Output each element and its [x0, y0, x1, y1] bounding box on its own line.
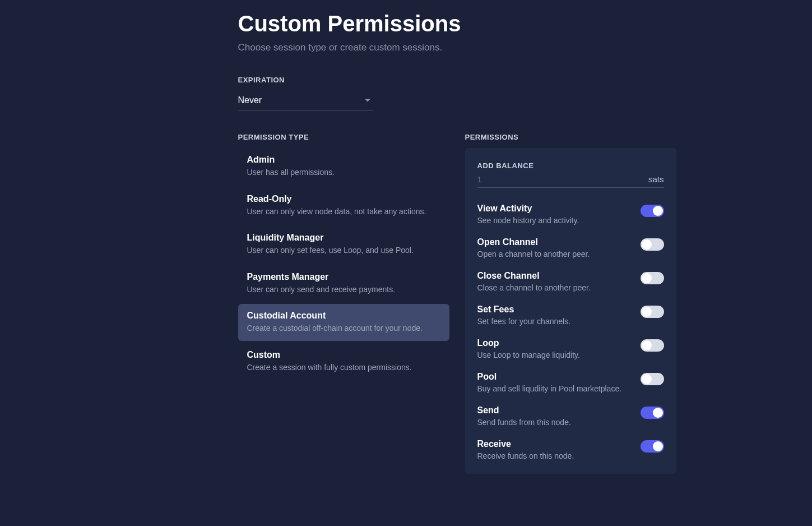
- caret-down-icon: [365, 99, 370, 102]
- permission-item-title: Pool: [477, 372, 629, 382]
- balance-unit: sats: [648, 174, 664, 184]
- permission-item-title: Open Channel: [477, 237, 629, 247]
- toggle-knob: [642, 273, 652, 283]
- permission-item: SendSend funds from this node.: [477, 405, 664, 427]
- permission-type-item-desc: Create a session with fully custom permi…: [247, 362, 440, 373]
- permission-type-item-title: Custodial Account: [247, 311, 440, 321]
- permission-item-title: Close Channel: [477, 271, 629, 281]
- permission-toggle[interactable]: [641, 272, 664, 284]
- permission-type-item[interactable]: Custodial AccountCreate a custodial off-…: [238, 304, 449, 341]
- page-subtitle: Choose session type or create custom ses…: [238, 42, 692, 53]
- permission-toggle[interactable]: [641, 407, 664, 419]
- permission-type-label: PERMISSION TYPE: [238, 133, 449, 141]
- permission-type-item[interactable]: Liquidity ManagerUser can only set fees,…: [238, 226, 449, 263]
- expiration-label: EXPIRATION: [238, 76, 692, 84]
- toggle-knob: [642, 374, 652, 384]
- permission-type-item[interactable]: Read-OnlyUser can only view node data, n…: [238, 187, 449, 224]
- permission-item-title: Loop: [477, 338, 629, 348]
- permissions-label: PERMISSIONS: [465, 133, 676, 141]
- permission-toggle[interactable]: [641, 205, 664, 217]
- permission-item: Set FeesSet fees for your channels.: [477, 304, 664, 326]
- permission-item-title: Receive: [477, 439, 629, 449]
- permission-type-item[interactable]: AdminUser has all permissions.: [238, 148, 449, 185]
- permission-item-desc: Buy and sell liqudiity in Pool marketpla…: [477, 384, 629, 393]
- permission-item: PoolBuy and sell liqudiity in Pool marke…: [477, 372, 664, 393]
- permission-type-item-desc: User can only send and receive payments.: [247, 284, 440, 296]
- permission-toggle[interactable]: [641, 339, 664, 352]
- page-title: Custom Permissions: [238, 11, 692, 36]
- permission-type-item-title: Liquidity Manager: [247, 233, 440, 243]
- balance-input[interactable]: [477, 174, 648, 184]
- permission-item-desc: Open a channel to another peer.: [477, 250, 629, 259]
- permission-item-title: View Activity: [477, 204, 629, 214]
- permission-item-desc: Set fees for your channels.: [477, 317, 629, 326]
- permission-item-desc: Receive funds on this node.: [477, 451, 629, 460]
- permission-item-desc: See node history and activity.: [477, 216, 629, 225]
- toggle-knob: [653, 441, 663, 451]
- toggle-knob: [653, 206, 663, 216]
- permission-item-desc: Close a channel to another peer.: [477, 283, 629, 292]
- permission-item: Open ChannelOpen a channel to another pe…: [477, 237, 664, 259]
- permission-type-item-desc: Create a custodial off-chain account for…: [247, 323, 440, 334]
- toggle-knob: [653, 408, 663, 418]
- permission-item-desc: Use Loop to manage liquidity.: [477, 350, 629, 359]
- permission-item: View ActivitySee node history and activi…: [477, 204, 664, 225]
- permission-type-item-desc: User can only set fees, use Loop, and us…: [247, 245, 440, 256]
- permission-item: LoopUse Loop to manage liquidity.: [477, 338, 664, 359]
- permission-toggle[interactable]: [641, 306, 664, 318]
- toggle-knob: [642, 340, 652, 350]
- expiration-value: Never: [238, 91, 373, 110]
- permission-item: Close ChannelClose a channel to another …: [477, 271, 664, 292]
- permission-item-title: Send: [477, 405, 629, 416]
- permission-item-desc: Send funds from this node.: [477, 418, 629, 427]
- permission-type-item-desc: User has all permissions.: [247, 167, 440, 178]
- expiration-select[interactable]: Never: [238, 91, 373, 110]
- permission-item-title: Set Fees: [477, 304, 629, 315]
- permission-item: ReceiveReceive funds on this node.: [477, 439, 664, 460]
- permission-type-item-desc: User can only view node data, not take a…: [247, 206, 440, 218]
- permission-type-item[interactable]: Payments ManagerUser can only send and r…: [238, 265, 449, 302]
- permission-type-item[interactable]: CustomCreate a session with fully custom…: [238, 343, 449, 380]
- permission-toggle[interactable]: [641, 238, 664, 251]
- permissions-panel: ADD BALANCE sats View ActivitySee node h…: [465, 148, 676, 474]
- permission-type-item-title: Custom: [247, 350, 440, 360]
- permission-type-item-title: Read-Only: [247, 194, 440, 204]
- permission-toggle[interactable]: [641, 440, 664, 453]
- toggle-knob: [642, 307, 652, 317]
- permission-type-item-title: Payments Manager: [247, 272, 440, 282]
- toggle-knob: [642, 239, 652, 250]
- permission-type-item-title: Admin: [247, 155, 440, 165]
- permission-toggle[interactable]: [641, 373, 664, 385]
- add-balance-label: ADD BALANCE: [477, 162, 664, 170]
